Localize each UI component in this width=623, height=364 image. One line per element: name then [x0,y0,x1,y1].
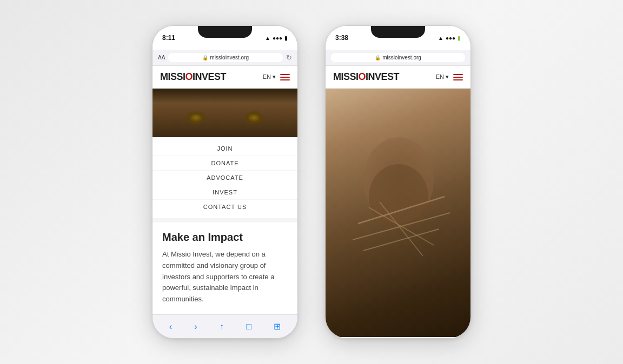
hamburger-line-1 [280,74,290,75]
nav-menu-2: OUR NETWORK OUR REACH OUR INVESTMENT APP… [326,337,470,339]
notch-1 [198,26,252,38]
header-right-2: EN ▾ [436,73,463,80]
battery-icon-2: ▮ [458,35,461,41]
status-time-1: 8:11 [162,34,175,42]
svg-point-1 [369,164,428,229]
url-bar-2[interactable]: 🔒 missioinvest.org [331,53,465,62]
nav-item-invest[interactable]: INVEST [153,185,297,200]
logo-suffix-2: INVEST [366,71,399,82]
logo-2: MISSIOINVEST [333,71,399,83]
signal-icon: ●●● [273,35,282,41]
scene: 8:11 ▲ ●●● ▮ AA 🔒 missioinvest.org ↻ MIS… [0,0,623,364]
header-right-1: EN ▾ [263,73,290,80]
hero-image-1 [153,89,297,137]
lang-selector-1[interactable]: EN ▾ [263,73,276,80]
wifi-icon: ▲ [265,35,270,41]
hamburger-line-5 [453,77,463,78]
url-bar-1[interactable]: 🔒 missioinvest.org [168,53,283,62]
signal-icon-2: ●●● [446,35,455,41]
aa-label[interactable]: AA [158,55,165,60]
section-divider-1 [153,218,297,223]
browser-bar-1: AA 🔒 missioinvest.org ↻ [153,50,297,66]
status-bar-2: 3:38 ▲ ●●● ▮ [326,26,470,50]
logo-prefix-1: MISSI [160,71,185,82]
back-button-1[interactable]: ‹ [169,322,172,332]
svg-line-4 [363,229,439,251]
hamburger-line-4 [453,74,463,75]
content-title-1: Make an Impact [162,231,288,244]
tabs-button-1[interactable]: ⊞ [274,321,281,332]
status-icons-1: ▲ ●●● ▮ [265,35,288,41]
logo-1: MISSIOINVEST [160,71,226,83]
status-time-2: 3:38 [335,34,348,42]
status-bar-1: 8:11 ▲ ●●● ▮ [153,26,297,50]
refresh-icon-1[interactable]: ↻ [286,53,292,62]
hero-svg-2 [326,89,470,337]
phone-2: 3:38 ▲ ●●● ▮ 🔒 missioinvest.org MISSIOIN… [325,25,471,339]
hero-image-2 [326,89,470,337]
app-header-1: MISSIOINVEST EN ▾ [153,66,297,89]
logo-prefix-2: MISSI [333,71,359,82]
content-body-1: At Missio Invest, we depend on a committ… [162,249,288,305]
battery-icon: ▮ [284,35,288,41]
lock-icon-2: 🔒 [375,55,381,60]
nav-item-advocate[interactable]: ADVOCATE [153,171,297,185]
nav-item-contact[interactable]: CONTACT US [153,200,297,214]
hamburger-line-6 [453,79,463,80]
lang-selector-2[interactable]: EN ▾ [436,73,449,80]
hamburger-menu-2[interactable] [453,74,463,80]
hamburger-menu-1[interactable] [280,74,290,80]
logo-o-1: O [185,71,193,82]
browser-toolbar-1: ‹ › ↑ □ ⊞ [153,314,297,338]
status-icons-2: ▲ ●●● ▮ [438,35,461,41]
bookmarks-button-1[interactable]: □ [246,322,251,332]
lock-icon: 🔒 [202,55,208,60]
nav-menu-1: JOIN DONATE ADVOCATE INVEST CONTACT US [153,137,297,218]
logo-o-2: O [359,71,366,82]
share-button-1[interactable]: ↑ [220,322,224,332]
eyes-graphic [153,89,297,137]
notch-2 [371,26,425,38]
url-text-2: missioinvest.org [382,55,421,60]
browser-bar-2: 🔒 missioinvest.org [326,50,470,66]
content-area-1: Make an Impact At Missio Invest, we depe… [153,223,297,314]
nav-item-donate[interactable]: DONATE [153,156,297,171]
hamburger-line-3 [280,79,290,80]
hamburger-line-2 [280,77,290,78]
app-header-2: MISSIOINVEST EN ▾ [326,66,470,89]
phone-1: 8:11 ▲ ●●● ▮ AA 🔒 missioinvest.org ↻ MIS… [152,25,298,339]
nav-item-join[interactable]: JOIN [153,141,297,156]
wifi-icon-2: ▲ [438,35,443,41]
url-text-1: missioinvest.org [210,55,249,60]
logo-suffix-1: INVEST [193,71,226,82]
forward-button-1[interactable]: › [194,322,197,332]
